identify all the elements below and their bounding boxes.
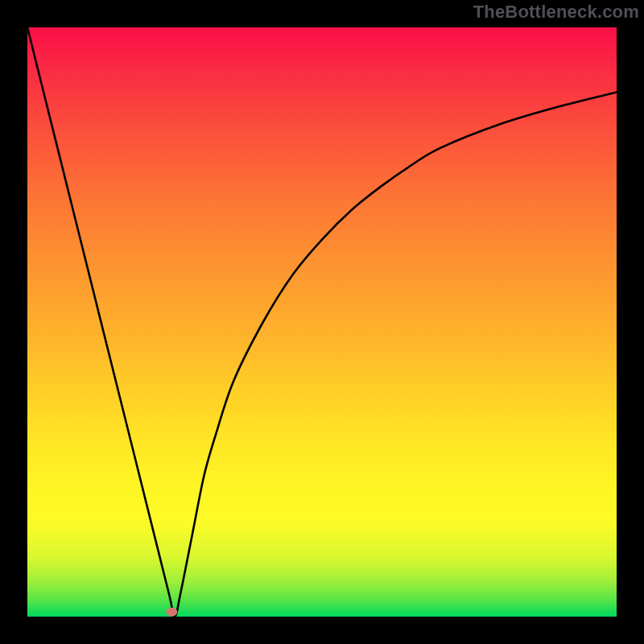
chart-frame: TheBottleneck.com [0,0,644,644]
minimum-marker [166,608,177,617]
bottleneck-curve [27,27,617,617]
plot-area [27,27,617,617]
curve-layer [27,27,617,617]
attribution-label: TheBottleneck.com [469,0,644,26]
